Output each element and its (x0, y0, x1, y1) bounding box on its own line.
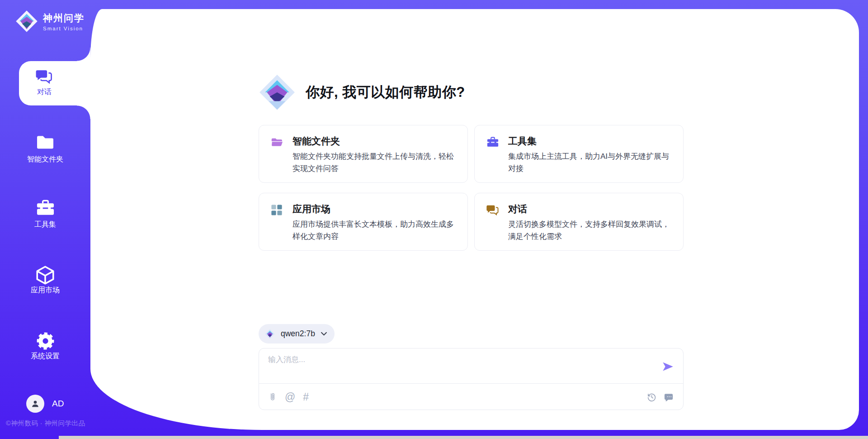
card-description: 灵活切换多模型文件，支持多样回复效果调试，满足个性化需求 (508, 219, 672, 243)
grid-icon (271, 204, 283, 250)
copyright-text: ©神州数码 · 神州问学出品 (6, 419, 85, 428)
history-icon[interactable] (646, 392, 657, 402)
card-description: 集成市场上主流工具，助力AI与外界无缝扩展与对接 (508, 151, 672, 175)
cube-icon (0, 265, 90, 286)
greeting-block: 你好, 我可以如何帮助你? (259, 74, 465, 111)
composer-right-tools (646, 384, 674, 410)
message-input[interactable] (268, 354, 657, 380)
briefcase-icon (486, 136, 499, 182)
sidebar-item-smart-folder[interactable]: 智能文件夹 (0, 134, 90, 163)
sidebar-item-app-market[interactable]: 应用市场 (0, 265, 90, 294)
card-app-market[interactable]: 应用市场 应用市场提供丰富长文本模板，助力高效生成多样化文章内容 (259, 193, 468, 251)
app-logo-diamond-icon (259, 74, 296, 111)
card-description: 应用市场提供丰富长文本模板，助力高效生成多样化文章内容 (292, 219, 457, 243)
sidebar-item-label: 对话 (37, 88, 52, 95)
user-profile[interactable]: AD (26, 395, 64, 413)
sidebar-item-toolset[interactable]: 工具集 (0, 199, 90, 228)
hash-icon[interactable]: # (303, 392, 309, 402)
card-smart-folder[interactable]: 智能文件夹 智能文件夹功能支持批量文件上传与清洗，轻松实现文件问答 (259, 125, 468, 183)
user-name: AD (52, 399, 64, 409)
folder-open-icon (271, 136, 283, 182)
tab-fillet-bottom (77, 105, 90, 119)
avatar (26, 395, 44, 413)
sidebar-item-label: 应用市场 (0, 286, 90, 294)
card-chat[interactable]: 对话 灵活切换多模型文件，支持多样回复效果调试，满足个性化需求 (474, 193, 684, 251)
sidebar-item-settings[interactable]: 系统设置 (0, 331, 90, 360)
gear-icon (0, 331, 90, 352)
sidebar-item-label: 智能文件夹 (0, 156, 90, 163)
chat-icon (36, 69, 53, 84)
message-composer: @ # (259, 348, 684, 410)
composer-tools: @ # (268, 384, 309, 410)
diamond-logo-icon (265, 329, 275, 339)
toolbox-icon (0, 199, 90, 220)
main-content-panel: 你好, 我可以如何帮助你? 智能文件夹 智能文件夹功能支持批量文件上传与清洗，轻… (90, 9, 859, 430)
chat-icon (486, 204, 499, 250)
brand-subtitle: Smart Vision (43, 26, 85, 31)
shortcut-cards: 智能文件夹 智能文件夹功能支持批量文件上传与清洗，轻松实现文件问答 工具集 集成… (259, 125, 684, 251)
brand: 神州问学 Smart Vision (15, 10, 85, 33)
tab-fillet-top (77, 48, 90, 61)
greeting-text: 你好, 我可以如何帮助你? (306, 83, 465, 102)
model-name: qwen2:7b (281, 329, 315, 339)
brand-diamond-icon (15, 10, 38, 33)
send-icon[interactable] (662, 361, 674, 372)
bottom-edge-strip (59, 436, 868, 439)
paperclip-icon[interactable] (268, 391, 277, 402)
sidebar-item-chat[interactable]: 对话 (19, 61, 90, 105)
folder-icon (0, 134, 90, 155)
card-title: 应用市场 (292, 203, 457, 215)
chevron-down-icon (321, 332, 327, 336)
card-title: 智能文件夹 (292, 135, 457, 147)
sidebar-item-label: 系统设置 (0, 353, 90, 360)
card-title: 对话 (508, 203, 672, 215)
at-icon[interactable]: @ (285, 392, 295, 402)
brand-title: 神州问学 (43, 12, 85, 24)
card-description: 智能文件夹功能支持批量文件上传与清洗，轻松实现文件问答 (292, 151, 457, 175)
feedback-bubble-icon[interactable] (664, 392, 674, 402)
model-selector[interactable]: qwen2:7b (259, 324, 335, 344)
sidebar-item-label: 工具集 (0, 221, 90, 228)
card-toolset[interactable]: 工具集 集成市场上主流工具，助力AI与外界无缝扩展与对接 (474, 125, 684, 183)
composer-divider (259, 383, 683, 384)
card-title: 工具集 (508, 135, 672, 147)
